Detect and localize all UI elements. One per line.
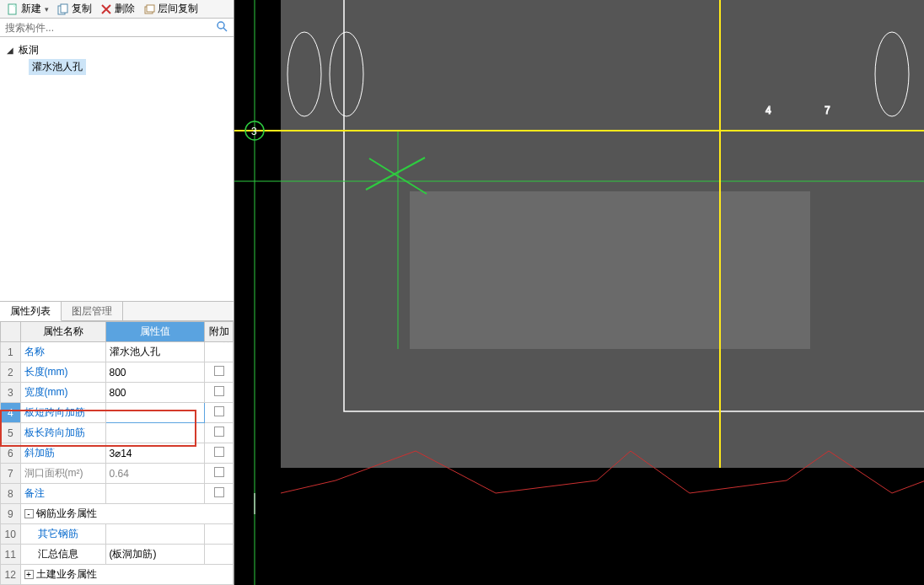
copy-icon (57, 3, 69, 15)
svg-rect-4 (147, 5, 154, 12)
axis-marker-label: 3 (251, 126, 257, 137)
checkbox[interactable] (214, 487, 224, 497)
row-number: 3 (1, 383, 21, 403)
svg-point-5 (218, 22, 224, 29)
checkbox[interactable] (214, 366, 224, 376)
row-number: 12 (1, 565, 21, 585)
property-row[interactable]: 6斜加筋3⌀14 (1, 443, 234, 464)
property-value[interactable]: 800 (105, 362, 205, 383)
checkbox[interactable] (214, 447, 224, 457)
property-value[interactable]: (板洞加筋) (105, 545, 205, 565)
tree-root[interactable]: ◢ 板洞 (7, 42, 227, 58)
tree-arrow-icon: ◢ (7, 46, 15, 55)
property-name: 名称 (24, 346, 45, 357)
drawing-canvas[interactable]: 7 4 7 3 (234, 0, 924, 585)
property-value[interactable]: 0.64 (105, 464, 205, 484)
property-row[interactable]: 3宽度(mm)800 (1, 383, 234, 403)
svg-rect-2 (61, 4, 67, 13)
layer-copy-label: 层间复制 (158, 2, 198, 16)
row-number: 6 (1, 443, 21, 464)
copy-label: 复制 (72, 2, 92, 16)
delete-button[interactable]: 删除 (97, 1, 138, 17)
property-row[interactable]: 9-钢筋业务属性 (1, 504, 234, 524)
property-addl[interactable] (205, 423, 234, 443)
property-addl[interactable] (205, 403, 234, 423)
property-row[interactable]: 10其它钢筋 (1, 524, 234, 545)
row-number: 5 (1, 423, 21, 443)
checkbox[interactable] (214, 467, 224, 477)
property-row[interactable]: 5板长跨向加筋 (1, 423, 234, 443)
search-icon[interactable] (215, 20, 228, 35)
property-addl[interactable] (205, 484, 234, 504)
row-number: 9 (1, 504, 21, 524)
new-button[interactable]: 新建 ▾ (3, 1, 52, 17)
copy-button[interactable]: 复制 (54, 1, 95, 17)
property-row[interactable]: 4板短跨向加筋 (1, 403, 234, 423)
checkbox[interactable] (214, 386, 224, 396)
header-propname: 属性名称 (20, 322, 105, 342)
property-value[interactable] (105, 484, 205, 504)
tree-child-label: 灌水池人孔 (29, 59, 86, 75)
row-number: 1 (1, 342, 21, 362)
property-name: 长度(mm) (24, 366, 68, 378)
property-addl[interactable] (205, 383, 234, 403)
svg-rect-9 (410, 191, 810, 349)
property-addl[interactable] (205, 524, 234, 545)
property-name: 钢筋业务属性 (36, 507, 97, 519)
property-row[interactable]: 1名称灌水池人孔 (1, 342, 234, 362)
toolbar: 新建 ▾ 复制 删除 层间复制 (0, 0, 234, 19)
property-addl[interactable] (205, 545, 234, 565)
dim-right-4: 4 (766, 105, 771, 116)
layer-copy-icon (143, 3, 155, 15)
tree-child[interactable]: 灌水池人孔 (29, 58, 227, 76)
collapse-icon[interactable]: - (24, 509, 34, 518)
new-label: 新建 (21, 2, 41, 16)
row-number: 11 (1, 545, 21, 565)
layer-copy-button[interactable]: 层间复制 (140, 1, 201, 17)
property-row[interactable]: 12+土建业务属性 (1, 565, 234, 585)
checkbox[interactable] (214, 427, 224, 437)
property-value[interactable] (105, 524, 205, 545)
header-rownum (1, 322, 21, 342)
component-tree: ◢ 板洞 灌水池人孔 (0, 37, 234, 301)
property-value[interactable] (105, 423, 205, 443)
property-name: 备注 (24, 487, 45, 499)
property-value[interactable] (105, 403, 205, 423)
delete-icon (100, 3, 112, 15)
row-number: 10 (1, 524, 21, 545)
property-row[interactable]: 8备注 (1, 484, 234, 504)
property-addl[interactable] (205, 342, 234, 362)
property-tabs: 属性列表 图层管理 (0, 301, 234, 321)
row-number: 4 (1, 403, 21, 423)
property-value[interactable]: 800 (105, 383, 205, 403)
svg-line-6 (223, 28, 227, 31)
property-name: 洞口面积(m²) (24, 467, 83, 479)
dropdown-icon: ▾ (45, 5, 49, 13)
tree-root-label: 板洞 (19, 43, 39, 57)
property-addl[interactable] (205, 362, 234, 383)
tab-properties[interactable]: 属性列表 (0, 302, 62, 321)
expand-icon[interactable]: + (24, 570, 34, 579)
search-bar (0, 19, 234, 37)
property-row[interactable]: 7洞口面积(m²)0.64 (1, 464, 234, 484)
delete-label: 删除 (115, 2, 135, 16)
property-addl[interactable] (205, 464, 234, 484)
property-name: 汇总信息 (24, 548, 78, 560)
properties-table: 属性名称 属性值 附加 1名称灌水池人孔2长度(mm)8003宽度(mm)800… (0, 321, 234, 585)
new-icon (7, 3, 19, 15)
property-row[interactable]: 2长度(mm)800 (1, 362, 234, 383)
tab-layers[interactable]: 图层管理 (62, 302, 123, 320)
header-propvalue: 属性值 (105, 322, 205, 342)
property-value[interactable]: 3⌀14 (105, 443, 205, 464)
property-addl[interactable] (205, 443, 234, 464)
checkbox[interactable] (214, 406, 224, 416)
dim-right-7: 7 (825, 105, 830, 116)
property-row[interactable]: 11汇总信息(板洞加筋) (1, 545, 234, 565)
header-addl: 附加 (205, 322, 234, 342)
row-number: 2 (1, 362, 21, 383)
property-value[interactable]: 灌水池人孔 (105, 342, 205, 362)
property-name: 土建业务属性 (36, 568, 97, 580)
property-name: 宽度(mm) (24, 386, 68, 398)
property-name: 板长跨向加筋 (24, 427, 85, 438)
search-input[interactable] (5, 22, 215, 34)
